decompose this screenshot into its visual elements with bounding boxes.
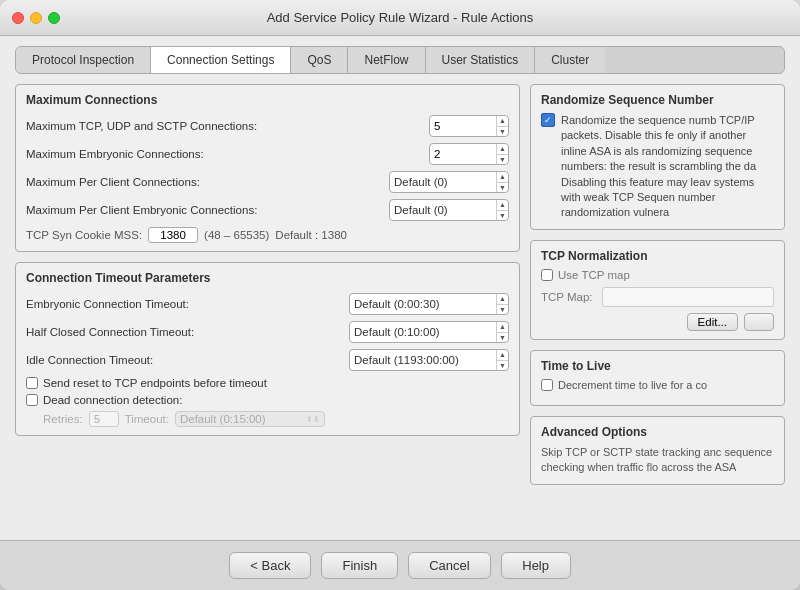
send-reset-checkbox[interactable] (26, 377, 38, 389)
tab-protocol-inspection[interactable]: Protocol Inspection (16, 47, 151, 73)
finish-button[interactable]: Finish (321, 552, 398, 579)
retries-label: Retries: (43, 413, 83, 425)
tcp-map-extra-button[interactable] (744, 313, 774, 331)
max-embryonic-input[interactable]: ▲ ▼ (429, 143, 509, 165)
max-embryonic-stepper[interactable]: ▲ ▼ (496, 144, 508, 164)
connection-timeout-section: Connection Timeout Parameters Embryonic … (15, 262, 520, 436)
use-tcp-map-checkbox[interactable] (541, 269, 553, 281)
max-embryonic-row: Maximum Embryonic Connections: ▲ ▼ (26, 143, 509, 165)
max-per-client-arrows[interactable]: ▲ ▼ (496, 172, 508, 192)
dead-connection-label: Dead connection detection: (43, 394, 182, 406)
et-down[interactable]: ▼ (497, 305, 508, 315)
use-tcp-map-label: Use TCP map (558, 269, 630, 281)
tab-qos[interactable]: QoS (291, 47, 348, 73)
tab-user-statistics[interactable]: User Statistics (426, 47, 536, 73)
max-embryonic-down-arrow[interactable]: ▼ (497, 155, 508, 165)
half-closed-timeout-row: Half Closed Connection Timeout: Default … (26, 321, 509, 343)
send-reset-label: Send reset to TCP endpoints before timeo… (43, 377, 267, 389)
retries-timeout-value: Default (0:15:00) (180, 413, 266, 425)
right-panel: Randomize Sequence Number Randomize the … (530, 84, 785, 530)
tcp-syn-range: (48 – 65535) (204, 229, 269, 241)
max-embryonic-up-arrow[interactable]: ▲ (497, 144, 508, 155)
cancel-button[interactable]: Cancel (408, 552, 490, 579)
ttl-section: Time to Live Decrement time to live for … (530, 350, 785, 406)
dead-connection-row: Dead connection detection: (26, 394, 509, 406)
traffic-lights (12, 12, 60, 24)
main-area: Maximum Connections Maximum TCP, UDP and… (15, 84, 785, 530)
max-per-client-down[interactable]: ▼ (497, 183, 508, 193)
et-up[interactable]: ▲ (497, 294, 508, 305)
max-embryonic-value[interactable] (430, 146, 496, 162)
maximize-button[interactable] (48, 12, 60, 24)
retries-row: Retries: Timeout: Default (0:15:00) ⬆⬇ (26, 411, 509, 427)
tab-netflow[interactable]: NetFlow (348, 47, 425, 73)
half-closed-timeout-select[interactable]: Default (0:10:00) ▲ ▼ (349, 321, 509, 343)
retries-arrows: ⬆⬇ (306, 415, 320, 424)
tab-connection-settings[interactable]: Connection Settings (151, 47, 291, 73)
half-closed-timeout-value: Default (0:10:00) (350, 326, 496, 338)
tcp-norm-title: TCP Normalization (541, 249, 774, 263)
it-down[interactable]: ▼ (497, 361, 508, 371)
max-tcp-input[interactable]: ▲ ▼ (429, 115, 509, 137)
max-per-client-up[interactable]: ▲ (497, 172, 508, 183)
randomize-section: Randomize Sequence Number Randomize the … (530, 84, 785, 230)
advanced-options-text: Skip TCP or SCTP state tracking anc sequ… (541, 446, 772, 473)
max-tcp-label: Maximum TCP, UDP and SCTP Connections: (26, 120, 429, 132)
max-connections-title: Maximum Connections (26, 93, 509, 107)
help-button[interactable]: Help (501, 552, 571, 579)
ttl-title: Time to Live (541, 359, 774, 373)
connection-timeout-title: Connection Timeout Parameters (26, 271, 509, 285)
window-title: Add Service Policy Rule Wizard - Rule Ac… (267, 10, 534, 25)
ttl-row: Decrement time to live for a co (541, 379, 774, 391)
max-per-client-select[interactable]: Default (0) ▲ ▼ (389, 171, 509, 193)
half-closed-timeout-label: Half Closed Connection Timeout: (26, 326, 349, 338)
embryonic-timeout-arrows[interactable]: ▲ ▼ (496, 294, 508, 314)
idle-timeout-row: Idle Connection Timeout: Default (1193:0… (26, 349, 509, 371)
idle-timeout-select[interactable]: Default (1193:00:00) ▲ ▼ (349, 349, 509, 371)
content-area: Protocol Inspection Connection Settings … (0, 36, 800, 540)
max-pce-down[interactable]: ▼ (497, 211, 508, 221)
dead-connection-checkbox[interactable] (26, 394, 38, 406)
tcp-map-edit-button[interactable]: Edit... (687, 313, 738, 331)
max-per-client-embryonic-value: Default (0) (390, 204, 496, 216)
idle-timeout-value: Default (1193:00:00) (350, 354, 496, 366)
max-embryonic-label: Maximum Embryonic Connections: (26, 148, 429, 160)
randomize-checkbox[interactable] (541, 113, 555, 127)
tcp-syn-default: Default : 1380 (275, 229, 347, 241)
ttl-checkbox[interactable] (541, 379, 553, 391)
embryonic-timeout-row: Embryonic Connection Timeout: Default (0… (26, 293, 509, 315)
max-per-client-embryonic-row: Maximum Per Client Embryonic Connections… (26, 199, 509, 221)
tcp-syn-cookie-row: TCP Syn Cookie MSS: (48 – 65535) Default… (26, 227, 509, 243)
back-button[interactable]: < Back (229, 552, 311, 579)
tab-cluster[interactable]: Cluster (535, 47, 605, 73)
randomize-text: Randomize the sequence numb TCP/IP packe… (561, 113, 774, 221)
max-tcp-stepper[interactable]: ▲ ▼ (496, 116, 508, 136)
hct-up[interactable]: ▲ (497, 322, 508, 333)
tcp-syn-label: TCP Syn Cookie MSS: (26, 229, 142, 241)
retries-timeout-select: Default (0:15:00) ⬆⬇ (175, 411, 325, 427)
main-window: Add Service Policy Rule Wizard - Rule Ac… (0, 0, 800, 590)
max-tcp-up-arrow[interactable]: ▲ (497, 116, 508, 127)
it-up[interactable]: ▲ (497, 350, 508, 361)
max-pce-up[interactable]: ▲ (497, 200, 508, 211)
idle-timeout-arrows[interactable]: ▲ ▼ (496, 350, 508, 370)
tcp-map-input[interactable] (602, 287, 774, 307)
hct-down[interactable]: ▼ (497, 333, 508, 343)
max-per-client-value: Default (0) (390, 176, 496, 188)
max-tcp-down-arrow[interactable]: ▼ (497, 127, 508, 137)
embryonic-timeout-select[interactable]: Default (0:00:30) ▲ ▼ (349, 293, 509, 315)
max-per-client-embryonic-arrows[interactable]: ▲ ▼ (496, 200, 508, 220)
minimize-button[interactable] (30, 12, 42, 24)
tcp-syn-value[interactable] (148, 227, 198, 243)
half-closed-timeout-arrows[interactable]: ▲ ▼ (496, 322, 508, 342)
embryonic-timeout-value: Default (0:00:30) (350, 298, 496, 310)
max-per-client-embryonic-label: Maximum Per Client Embryonic Connections… (26, 204, 389, 216)
max-per-client-row: Maximum Per Client Connections: Default … (26, 171, 509, 193)
max-tcp-value[interactable] (430, 118, 496, 134)
close-button[interactable] (12, 12, 24, 24)
title-bar: Add Service Policy Rule Wizard - Rule Ac… (0, 0, 800, 36)
retries-value (89, 411, 119, 427)
max-per-client-embryonic-select[interactable]: Default (0) ▲ ▼ (389, 199, 509, 221)
max-connections-section: Maximum Connections Maximum TCP, UDP and… (15, 84, 520, 252)
rsn-content: Randomize the sequence numb TCP/IP packe… (541, 113, 774, 221)
